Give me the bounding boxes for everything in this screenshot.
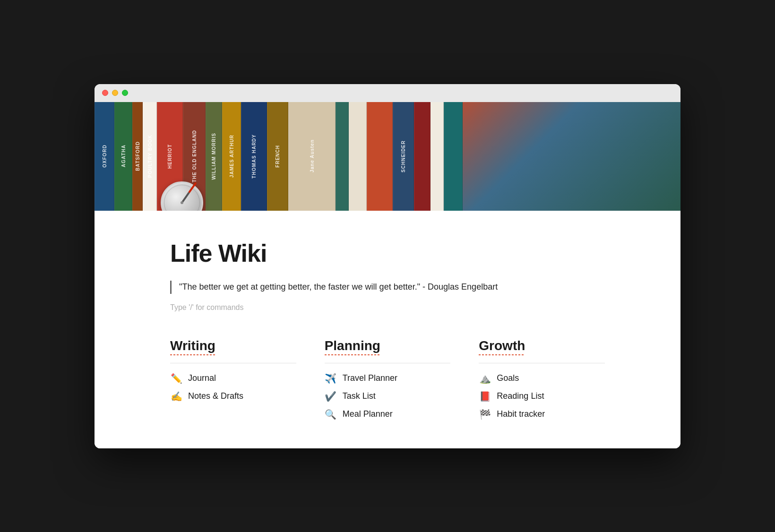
book-spine: POULTRY BOOK [143,102,157,211]
section-divider [325,363,451,363]
item-icon: 🏁 [479,409,491,420]
item-label: Habit tracker [497,409,545,419]
item-icon: ✔️ [325,391,337,402]
item-icon: 📕 [479,391,491,402]
item-icon: ✍️ [170,391,182,402]
maximize-button[interactable] [122,90,128,96]
book-spine: WILLIAM MORRIS [206,102,222,211]
titlebar [95,84,680,102]
compass-icon [161,181,203,211]
quote-text: "The better we get at getting better, th… [179,281,498,293]
section-items-writing: ✏️Journal✍️Notes & Drafts [170,373,296,402]
app-window: OXFORDAGATHABATSFORDPOULTRY BOOKHERRIOTT… [95,84,680,448]
book-spine: THOMAS HARDY [241,102,267,211]
section-divider [170,363,296,363]
item-icon: ⛰️ [479,373,491,384]
item-label: Goals [497,373,519,383]
book-spine: BATSFORD [132,102,143,211]
section-items-planning: ✈️Travel Planner✔️Task List🔍Meal Planner [325,373,451,420]
list-item[interactable]: ✏️Journal [170,373,296,384]
close-button[interactable] [102,90,108,96]
item-label: Travel Planner [343,373,397,383]
book-spine [444,102,463,211]
main-content: Life Wiki "The better we get at getting … [95,211,680,448]
quote-block: "The better we get at getting better, th… [170,281,605,294]
section-heading-writing: Writing [170,338,215,355]
section-growth: Growth⛰️Goals📕Reading List🏁Habit tracker [479,338,605,420]
book-spine: OXFORD [95,102,114,211]
book-spine: SCHNEIDER [393,102,414,211]
section-heading-planning: Planning [325,338,380,355]
list-item[interactable]: 🔍Meal Planner [325,409,451,420]
list-item[interactable]: ✔️Task List [325,391,451,402]
list-item[interactable]: 📕Reading List [479,391,605,402]
item-icon: ✈️ [325,373,337,384]
book-spine: JAMES ARTHUR [222,102,241,211]
command-hint: Type '/' for commands [170,303,605,312]
sections-grid: Writing✏️Journal✍️Notes & DraftsPlanning… [170,338,605,420]
book-spine [349,102,367,211]
section-writing: Writing✏️Journal✍️Notes & Drafts [170,338,296,420]
section-planning: Planning✈️Travel Planner✔️Task List🔍Meal… [325,338,451,420]
book-spine: FRENCH [267,102,288,211]
section-divider [479,363,605,363]
quote-bar [170,281,172,294]
item-label: Reading List [497,391,544,401]
book-spine [431,102,444,211]
book-spine [367,102,393,211]
item-label: Notes & Drafts [188,391,243,401]
book-spine: Jane Austen [288,102,336,211]
item-label: Task List [343,391,376,401]
minimize-button[interactable] [112,90,118,96]
book-spine [336,102,349,211]
item-icon: 🔍 [325,409,337,420]
item-label: Meal Planner [343,409,393,419]
hero-banner: OXFORDAGATHABATSFORDPOULTRY BOOKHERRIOTT… [95,102,680,211]
book-spine [414,102,431,211]
list-item[interactable]: 🏁Habit tracker [479,409,605,420]
book-spine: AGATHA [114,102,132,211]
page-title: Life Wiki [170,239,605,267]
item-icon: ✏️ [170,373,182,384]
item-label: Journal [188,373,216,383]
section-heading-growth: Growth [479,338,525,355]
list-item[interactable]: ✈️Travel Planner [325,373,451,384]
list-item[interactable]: ✍️Notes & Drafts [170,391,296,402]
section-items-growth: ⛰️Goals📕Reading List🏁Habit tracker [479,373,605,420]
list-item[interactable]: ⛰️Goals [479,373,605,384]
